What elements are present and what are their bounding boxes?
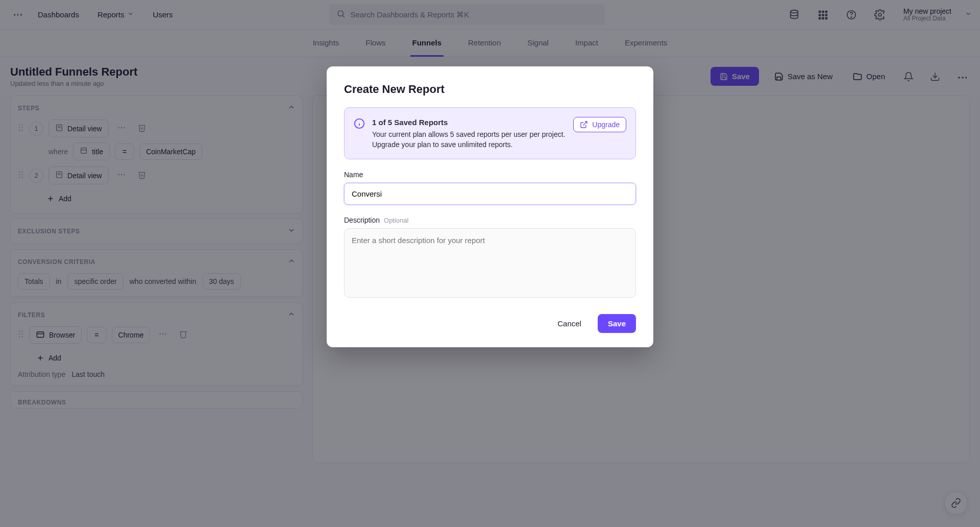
modal-overlay[interactable]: Create New Report 1 of 5 Saved Reports Y… <box>0 0 980 527</box>
cancel-button[interactable]: Cancel <box>548 314 591 333</box>
desc-field-label: Description Optional <box>344 216 636 224</box>
desc-label: Description <box>344 216 380 224</box>
report-name-input[interactable] <box>344 183 636 205</box>
svg-line-66 <box>583 122 587 125</box>
upgrade-button[interactable]: Upgrade <box>573 117 626 132</box>
create-report-modal: Create New Report 1 of 5 Saved Reports Y… <box>327 66 653 347</box>
report-description-input[interactable] <box>344 228 636 298</box>
info-icon <box>354 118 365 131</box>
name-field-label: Name <box>344 171 636 179</box>
banner-title: 1 of 5 Saved Reports <box>372 117 566 128</box>
upgrade-banner: 1 of 5 Saved Reports Your current plan a… <box>344 107 636 159</box>
modal-save-button[interactable]: Save <box>598 314 636 333</box>
banner-body: Your current plan allows 5 saved reports… <box>372 130 565 149</box>
desc-optional-label: Optional <box>384 217 408 224</box>
upgrade-button-label: Upgrade <box>592 121 620 129</box>
modal-title: Create New Report <box>344 83 636 96</box>
